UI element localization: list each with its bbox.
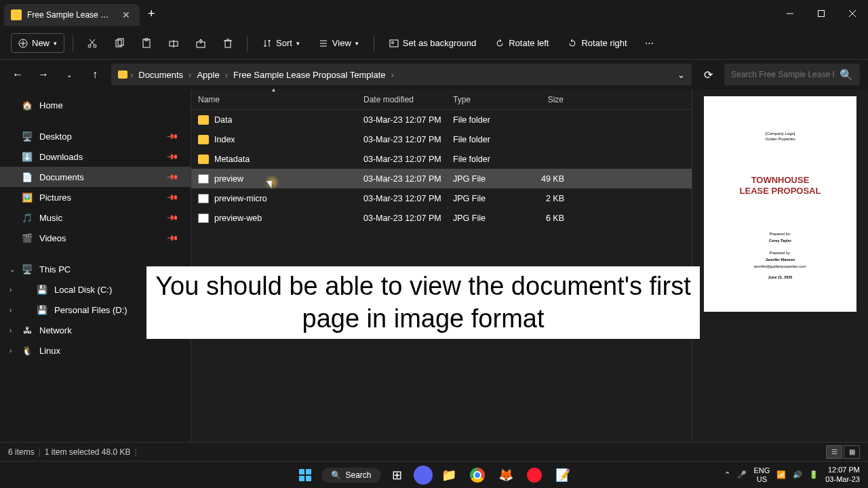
status-item-count: 6 items	[8, 447, 35, 457]
clipboard-icon	[141, 38, 152, 49]
folder-icon: ⬇️	[22, 151, 33, 162]
details-view-button[interactable]: ☰	[826, 445, 842, 459]
column-size[interactable]: Size	[522, 89, 571, 109]
crumb-folder[interactable]: Free Sample Lease Proposal Template	[231, 68, 389, 81]
ellipsis-icon: ⋯	[645, 38, 654, 48]
paste-button[interactable]	[136, 34, 157, 53]
start-button[interactable]	[293, 463, 317, 487]
view-icon	[319, 39, 328, 48]
pc-icon: 🖥️	[22, 264, 33, 274]
sidebar-item-desktop[interactable]: 🖥️Desktop📌	[0, 126, 191, 146]
refresh-button[interactable]: ⟳	[698, 65, 717, 84]
file-row[interactable]: preview 03-Mar-23 12:07 PM JPG File 49 K…	[191, 169, 692, 188]
sidebar-item-music[interactable]: 🎵Music📌	[0, 207, 191, 228]
jpg-icon	[198, 214, 209, 223]
recent-button[interactable]: ⌄	[60, 65, 79, 84]
rotate-left-button[interactable]: Rotate left	[488, 34, 555, 52]
set-background-button[interactable]: Set as background	[382, 34, 483, 52]
sidebar-item-downloads[interactable]: ⬇️Downloads📌	[0, 146, 191, 167]
cut-button[interactable]	[81, 34, 103, 53]
sort-button[interactable]: Sort ▾	[256, 34, 307, 52]
back-button[interactable]: ←	[8, 65, 27, 84]
new-button[interactable]: New ▾	[11, 33, 64, 53]
sidebar-item-pictures[interactable]: 🖼️Pictures📌	[0, 187, 191, 207]
preview-document: [Company Logo] Golden Properties TOWNHOU…	[704, 96, 856, 312]
more-button[interactable]: ⋯	[639, 34, 659, 52]
tray-wifi-icon[interactable]: 📶	[776, 470, 786, 479]
file-row[interactable]: Data 03-Mar-23 12:07 PM File folder	[191, 110, 692, 129]
taskbar-app-opera[interactable]	[522, 463, 547, 487]
pin-icon: 📌	[165, 170, 178, 183]
file-row[interactable]: Metadata 03-Mar-23 12:07 PM File folder	[191, 149, 692, 169]
main-area: 🏠 Home 🖥️Desktop📌⬇️Downloads📌📄Documents📌…	[0, 89, 868, 442]
tray-battery-icon[interactable]: 🔋	[809, 470, 818, 479]
taskbar-app-notepad[interactable]: 📝	[551, 463, 575, 487]
search-box[interactable]: 🔍	[724, 64, 860, 85]
taskbar-app-chat[interactable]	[414, 466, 433, 485]
column-date[interactable]: Date modified	[357, 89, 446, 109]
sidebar-item-linux[interactable]: › 🐧 Linux	[0, 340, 191, 361]
breadcrumb[interactable]: › Documents › Apple › Free Sample Lease …	[111, 64, 692, 85]
view-button[interactable]: View ▾	[312, 34, 366, 52]
svg-rect-26	[299, 469, 304, 474]
chevron-right-icon: ›	[391, 70, 394, 80]
chevron-down-icon[interactable]: ⌄	[9, 266, 15, 273]
doc-metadata: Prepared for: Corey Taylor Prepared by: …	[717, 231, 843, 281]
network-icon: 🖧	[22, 325, 33, 336]
close-tab-icon[interactable]: ✕	[119, 9, 133, 20]
taskbar-app-firefox[interactable]: 🦊	[494, 463, 518, 487]
column-type[interactable]: Type	[446, 89, 522, 109]
search-input[interactable]	[731, 70, 834, 79]
file-row[interactable]: Index 03-Mar-23 12:07 PM File folder	[191, 129, 692, 149]
sidebar-item-videos[interactable]: 🎬Videos📌	[0, 228, 191, 248]
taskbar: 🔍 Search ⊞ 📁 🦊 📝 ⌃ 🎤 ENG US 📶 🔊 🔋 12:07 …	[0, 461, 868, 488]
sidebar-item-home[interactable]: 🏠 Home	[0, 95, 191, 115]
home-icon: 🏠	[22, 100, 33, 110]
crumb-documents[interactable]: Documents	[136, 68, 186, 81]
chevron-right-icon[interactable]: ›	[9, 327, 12, 334]
sidebar-item-documents[interactable]: 📄Documents📌	[0, 167, 191, 187]
svg-rect-1	[818, 11, 825, 17]
chevron-down-icon[interactable]: ⌄	[677, 70, 685, 80]
system-tray: ⌃ 🎤 ENG US 📶 🔊 🔋 12:07 PM 03-Mar-23	[724, 466, 860, 483]
taskbar-app-chrome[interactable]	[465, 463, 490, 487]
folder-icon: 🎬	[22, 232, 33, 243]
plus-circle-icon	[18, 39, 28, 48]
minimize-button[interactable]	[774, 0, 806, 27]
file-row[interactable]: preview-web 03-Mar-23 12:07 PM JPG File …	[191, 208, 692, 228]
delete-button[interactable]	[217, 34, 239, 53]
folder-icon: 🖼️	[22, 192, 33, 203]
chevron-right-icon[interactable]: ›	[9, 306, 12, 314]
tray-language[interactable]: ENG US	[753, 466, 770, 483]
share-button[interactable]	[190, 34, 212, 53]
folder-icon	[11, 9, 22, 20]
tray-volume-icon[interactable]: 🔊	[793, 470, 802, 479]
chevron-right-icon: ›	[130, 70, 133, 80]
browser-tab[interactable]: Free Sample Lease Proposal T ✕	[4, 4, 140, 26]
rotate-right-button[interactable]: Rotate right	[561, 34, 633, 52]
picture-icon	[389, 39, 399, 48]
chevron-right-icon[interactable]: ›	[9, 286, 12, 293]
up-button[interactable]: ↑	[85, 65, 104, 84]
svg-line-10	[90, 39, 94, 45]
tray-chevron-icon[interactable]: ⌃	[724, 470, 730, 479]
column-name[interactable]: ▲ Name	[191, 89, 357, 109]
pin-icon: 📌	[165, 211, 178, 224]
maximize-button[interactable]	[806, 0, 837, 27]
chevron-right-icon[interactable]: ›	[9, 347, 12, 354]
copy-button[interactable]	[108, 34, 130, 53]
crumb-apple[interactable]: Apple	[194, 68, 222, 81]
forward-button[interactable]: →	[34, 65, 53, 84]
task-view-button[interactable]: ⊞	[385, 463, 410, 487]
thumbnails-view-button[interactable]: ▦	[844, 445, 860, 459]
pin-icon: 📌	[165, 150, 178, 163]
close-window-button[interactable]	[837, 0, 868, 27]
rename-button[interactable]	[163, 34, 184, 53]
taskbar-app-explorer[interactable]: 📁	[437, 463, 461, 487]
new-tab-button[interactable]: +	[140, 7, 163, 21]
file-row[interactable]: preview-micro 03-Mar-23 12:07 PM JPG Fil…	[191, 188, 692, 208]
tray-mic-icon[interactable]: 🎤	[737, 470, 747, 479]
tray-clock[interactable]: 12:07 PM 03-Mar-23	[825, 466, 860, 483]
sort-icon	[262, 39, 272, 48]
taskbar-search[interactable]: 🔍 Search	[321, 468, 380, 483]
